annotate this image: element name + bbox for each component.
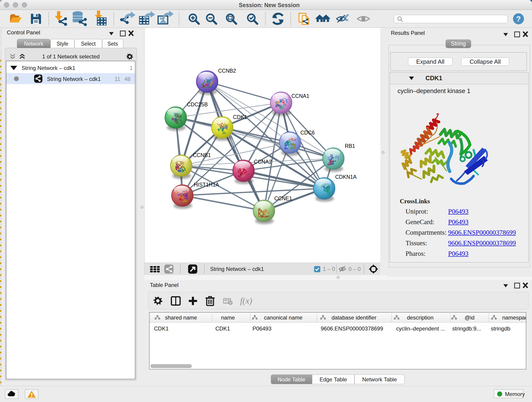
- svg-text:0 – 0: 0 – 0: [348, 266, 361, 272]
- svg-text:CCNB1: CCNB1: [193, 152, 211, 158]
- svg-text:CDK1: CDK1: [233, 114, 247, 120]
- svg-text:CCNE1: CCNE1: [274, 196, 292, 201]
- svg-text:f(x): f(x): [240, 296, 252, 306]
- svg-text:?: ?: [516, 14, 521, 23]
- svg-text:CDC25B: CDC25B: [187, 102, 208, 108]
- svg-text:1 – 0: 1 – 0: [323, 266, 335, 272]
- svg-text:CDC6: CDC6: [300, 130, 315, 136]
- svg-text:CCNA2: CCNA2: [254, 159, 272, 165]
- svg-text:String Network – cdk1: String Network – cdk1: [210, 266, 264, 272]
- svg-text:HIST1H1A: HIST1H1A: [194, 182, 219, 188]
- svg-text:RB1: RB1: [345, 143, 355, 149]
- svg-text:CDKN1A: CDKN1A: [335, 174, 357, 180]
- svg-text:CCNA1: CCNA1: [291, 93, 309, 99]
- svg-text:CCNB2: CCNB2: [218, 68, 236, 74]
